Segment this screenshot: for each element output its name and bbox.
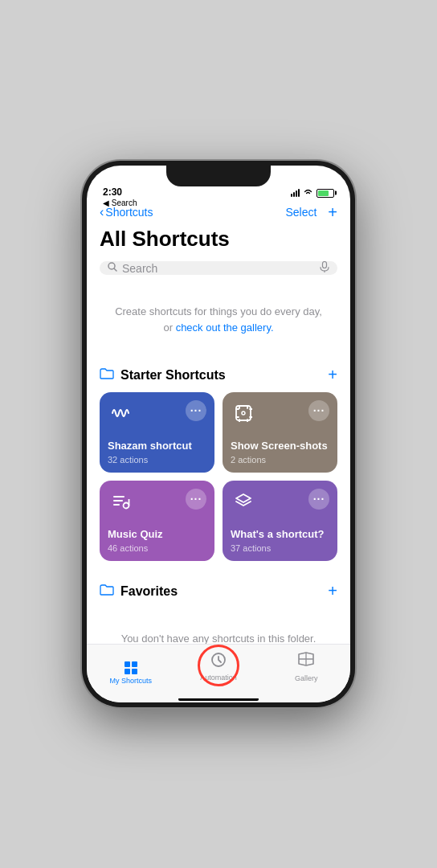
screenshots-shortcut-card[interactable]: ··· Show Screen-shots 2 actions [223, 392, 337, 473]
no-favorites-text: You don't have any shortcuts in this fol… [87, 608, 350, 644]
select-button[interactable]: Select [285, 206, 317, 219]
favorites-header-left: Favorites [100, 584, 178, 599]
starter-shortcuts-add-button[interactable]: + [328, 366, 337, 384]
svg-line-1 [114, 268, 116, 271]
card-more-button-music[interactable]: ··· [186, 489, 206, 510]
home-indicator [87, 698, 350, 702]
music-quiz-card-actions: 46 actions [108, 543, 206, 553]
shazam-card-actions: 32 actions [108, 455, 206, 465]
starter-shortcuts-title: Starter Shortcuts [120, 368, 226, 383]
whats-shortcut-card-actions: 37 actions [231, 543, 329, 553]
shazam-card-info: Shazam shortcut 32 actions [108, 440, 206, 465]
automation-icon [210, 651, 227, 674]
section-header-left: Starter Shortcuts [100, 368, 226, 383]
favorites-section: Favorites + You don't have any shortcuts… [87, 571, 350, 644]
tab-bar: My Shortcuts Automation [87, 644, 350, 698]
gallery-tab-label: Gallery [295, 674, 318, 682]
my-shortcuts-label: My Shortcuts [109, 677, 152, 685]
add-button[interactable]: + [328, 204, 337, 220]
tab-automation[interactable]: Automation [174, 651, 262, 682]
card-top-4: ··· [231, 489, 329, 514]
signal-bars [291, 189, 300, 197]
shazam-shortcut-card[interactable]: ··· Shazam shortcut 32 actions [100, 392, 214, 473]
screenshots-card-name: Show Screen-shots [231, 440, 329, 453]
screenshots-card-actions: 2 actions [231, 455, 329, 465]
phone-screen: 2:30 ◀ Search [87, 166, 350, 702]
status-icons [291, 188, 334, 198]
battery-icon [317, 189, 334, 198]
favorites-folder-icon [100, 584, 114, 599]
card-top-2: ··· [231, 400, 329, 426]
svg-point-9 [124, 503, 129, 509]
nav-actions: Select + [285, 204, 337, 220]
svg-point-5 [242, 411, 245, 415]
status-time: 2:30 [103, 186, 122, 198]
card-more-button-shazam[interactable]: ··· [186, 400, 206, 421]
card-top-3: ··· [108, 489, 206, 514]
search-placeholder: Search [122, 262, 315, 275]
empty-state-text: Create shortcuts for things you do every… [87, 288, 350, 354]
tab-gallery[interactable]: Gallery [263, 651, 350, 682]
tab-my-shortcuts[interactable]: My Shortcuts [87, 651, 174, 685]
wifi-icon [303, 188, 313, 198]
svg-rect-2 [323, 262, 327, 268]
whats-shortcut-card[interactable]: ··· What's a shortcut? 37 actions [223, 481, 337, 561]
notch [166, 166, 271, 186]
status-back-label: ◀ Search [103, 199, 137, 207]
gallery-link[interactable]: check out the gallery. [176, 321, 274, 334]
folder-icon [100, 368, 114, 383]
page-title: All Shortcuts [87, 227, 350, 261]
gallery-icon [297, 651, 315, 672]
search-icon [108, 262, 117, 274]
waveform-icon [108, 400, 133, 426]
screenshot-icon [231, 400, 256, 426]
favorites-title: Favorites [120, 584, 178, 599]
music-quiz-card-info: Music Quiz 46 actions [108, 528, 206, 553]
my-shortcuts-icon [125, 651, 137, 674]
automation-label: Automation [200, 674, 237, 682]
music-quiz-shortcut-card[interactable]: ··· Music Quiz 46 actions [100, 481, 214, 561]
svg-rect-4 [236, 406, 251, 420]
mic-icon[interactable] [320, 261, 329, 275]
music-quiz-card-name: Music Quiz [108, 528, 206, 542]
screenshots-card-info: Show Screen-shots 2 actions [231, 440, 329, 465]
back-label: Shortcuts [105, 206, 153, 219]
card-top: ··· [108, 400, 206, 426]
shortcuts-grid: ··· Shazam shortcut 32 actions [87, 392, 350, 571]
search-bar[interactable]: Search [100, 261, 337, 275]
battery-fill [318, 190, 329, 196]
phone-frame: 2:30 ◀ Search [82, 161, 355, 707]
shazam-card-name: Shazam shortcut [108, 440, 206, 453]
card-more-button-whats-shortcut[interactable]: ··· [308, 489, 329, 510]
screen-content: ‹ Shortcuts Select + All Shortcuts [87, 201, 350, 644]
layers-icon [231, 489, 256, 514]
whats-shortcut-card-name: What's a shortcut? [231, 528, 329, 542]
favorites-header: Favorites + [87, 571, 350, 608]
starter-shortcuts-header: Starter Shortcuts + [87, 354, 350, 392]
card-more-button-screenshots[interactable]: ··· [308, 400, 329, 421]
music-icon [108, 489, 133, 514]
whats-shortcut-card-info: What's a shortcut? 37 actions [231, 528, 329, 553]
favorites-add-button[interactable]: + [328, 582, 337, 600]
